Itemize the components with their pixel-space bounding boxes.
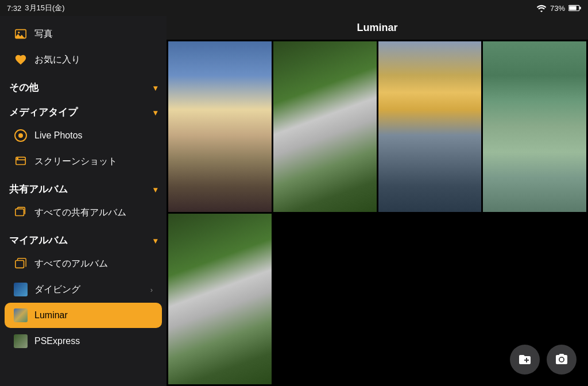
- photo-cell-empty-1: [273, 214, 377, 384]
- photo-cell-empty-2: [378, 214, 482, 384]
- status-right: 73%: [536, 4, 581, 13]
- svg-rect-9: [16, 261, 24, 268]
- sidebar-item-all-shared[interactable]: すべての共有アルバム: [5, 200, 162, 225]
- sidebar-item-screenshots[interactable]: スクリーンショット: [5, 149, 162, 174]
- svg-rect-1: [579, 7, 581, 10]
- svg-point-7: [17, 158, 18, 159]
- section-shared-label: 共有アルバム: [9, 183, 68, 196]
- sidebar-item-diving[interactable]: ダイビング ›: [5, 277, 162, 302]
- add-folder-button[interactable]: [510, 345, 540, 375]
- all-albums-label: すべてのアルバム: [34, 258, 153, 270]
- photo-cell-3[interactable]: [378, 41, 482, 212]
- section-shared[interactable]: 共有アルバム ▾: [0, 175, 167, 199]
- photo-grid: [167, 40, 588, 386]
- date: 3月15日(金): [25, 3, 64, 13]
- photo-cell-2[interactable]: [273, 41, 377, 212]
- screenshot-icon: [14, 155, 28, 168]
- photo-cell-1[interactable]: [168, 41, 272, 212]
- wifi-icon: [536, 4, 547, 12]
- time: 7:32: [7, 4, 21, 13]
- ps-icon: [14, 334, 28, 348]
- screenshots-label: スクリーンショット: [34, 156, 153, 168]
- sidebar-item-luminar[interactable]: Luminar: [5, 303, 162, 328]
- main-layout: 写真 お気に入り その他 ▾ メディアタイプ ▾: [0, 16, 588, 386]
- bottom-buttons: [510, 345, 577, 375]
- sidebar-item-psexpress[interactable]: PSExpress: [5, 329, 162, 354]
- battery-percent: 73%: [550, 4, 565, 13]
- chevron-right-icon: ›: [150, 285, 153, 294]
- status-left: 7:32 3月15日(金): [7, 3, 65, 13]
- content-title: Luminar: [357, 22, 397, 33]
- camera-button[interactable]: [547, 345, 577, 375]
- diving-icon: [14, 283, 28, 296]
- live-photos-label: Live Photos: [34, 130, 153, 141]
- section-other[interactable]: その他 ▾: [0, 73, 167, 98]
- favorites-label: お気に入り: [34, 54, 153, 66]
- sidebar-item-all-albums[interactable]: すべてのアルバム: [5, 251, 162, 276]
- chevron-my-icon: ▾: [153, 236, 157, 245]
- content-header: Luminar: [167, 16, 588, 40]
- status-bar: 7:32 3月15日(金) 73%: [0, 0, 588, 16]
- luminar-icon: [14, 308, 28, 322]
- chevron-media-icon: ▾: [153, 108, 157, 117]
- sidebar-item-live-photos[interactable]: Live Photos: [5, 123, 162, 148]
- section-media[interactable]: メディアタイプ ▾: [0, 98, 167, 122]
- section-other-label: その他: [9, 81, 38, 94]
- photo-cell-5[interactable]: [168, 214, 272, 384]
- section-media-label: メディアタイプ: [9, 106, 78, 119]
- svg-rect-2: [569, 6, 577, 10]
- photo-icon: [14, 27, 28, 41]
- album-icon: [14, 257, 28, 271]
- sidebar: 写真 お気に入り その他 ▾ メディアタイプ ▾: [0, 16, 167, 386]
- camera-icon: [555, 353, 568, 366]
- chevron-other-icon: ▾: [153, 83, 157, 92]
- photos-label: 写真: [34, 28, 153, 40]
- section-my-label: マイアルバム: [9, 234, 68, 247]
- content-area: Luminar: [167, 16, 588, 386]
- sidebar-item-photos[interactable]: 写真: [5, 21, 162, 47]
- live-photo-icon: [14, 129, 28, 142]
- svg-rect-8: [16, 209, 24, 216]
- photo-cell-4[interactable]: [483, 41, 586, 212]
- sidebar-item-favorites[interactable]: お気に入り: [5, 47, 162, 72]
- chevron-shared-icon: ▾: [153, 185, 157, 194]
- heart-icon: [14, 53, 28, 67]
- diving-label: ダイビング: [34, 284, 144, 296]
- battery-icon: [568, 5, 581, 11]
- all-shared-label: すべての共有アルバム: [34, 207, 153, 219]
- luminar-label: Luminar: [34, 310, 153, 321]
- add-folder-icon: [518, 353, 532, 366]
- psexpress-label: PSExpress: [34, 336, 153, 346]
- shared-icon: [14, 206, 28, 219]
- section-my-albums[interactable]: マイアルバム ▾: [0, 226, 167, 250]
- svg-point-4: [18, 32, 20, 33]
